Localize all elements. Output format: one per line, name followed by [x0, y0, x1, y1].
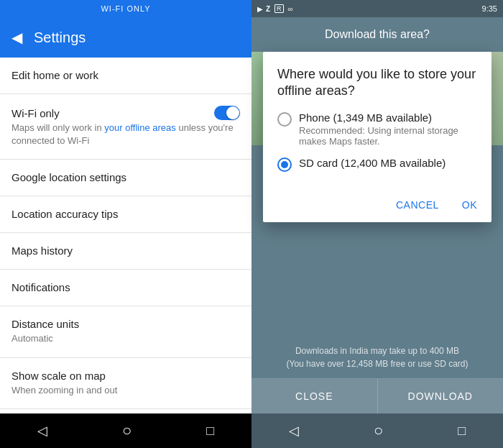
nav-bar-left: ◁ ○ □ — [0, 413, 251, 448]
phone-label: Phone (1,349 MB available) — [299, 111, 477, 124]
radio-option-sdcard[interactable]: SD card (12,400 MB available) — [277, 157, 477, 172]
record-icon: R — [274, 4, 284, 13]
back-nav-right-icon[interactable]: ◁ — [289, 423, 299, 439]
cancel-button[interactable]: CANCEL — [387, 193, 448, 216]
show-scale-subtitle: When zooming in and out — [11, 384, 240, 397]
location-accuracy-title: Location accuracy tips — [11, 208, 118, 220]
google-location-title: Google location settings — [11, 171, 126, 183]
radio-phone-circle — [277, 112, 292, 127]
radio-sdcard-circle — [277, 157, 292, 172]
download-button[interactable]: DOWNLOAD — [378, 379, 504, 413]
distance-units-subtitle: Automatic — [11, 332, 240, 345]
dialog-body: Where would you like to store your offli… — [263, 52, 492, 188]
sdcard-label: SD card (12,400 MB available) — [299, 157, 446, 169]
show-scale-title: Show scale on map — [11, 370, 106, 382]
toolbar: ◀ Settings — [0, 17, 251, 58]
maps-history-title: Maps history — [11, 244, 73, 257]
offline-areas-link[interactable]: your offline areas — [104, 122, 176, 133]
wifi-only-label: WI-FI ONLY — [101, 4, 150, 13]
settings-item-show-scale[interactable]: Show scale on map When zooming in and ou… — [0, 358, 251, 409]
download-header-title: Download this area? — [325, 28, 430, 41]
settings-item-notifications[interactable]: Notifications — [0, 270, 251, 306]
phone-sublabel: Recommended: Using internal storage make… — [299, 125, 477, 147]
wifi-subtitle: Maps will only work in your offline area… — [11, 122, 240, 147]
settings-item-distance-units[interactable]: Distance units Automatic — [0, 306, 251, 357]
left-panel: WI-FI ONLY ◀ Settings Edit home or work … — [0, 0, 251, 448]
settings-item-wifi[interactable]: Wi-Fi only Maps will only work in your o… — [0, 94, 251, 160]
status-left-icons: ▶ Z R ∞ — [257, 4, 293, 13]
status-bar-left: WI-FI ONLY — [0, 0, 251, 17]
settings-item-maps-history[interactable]: Maps history — [0, 233, 251, 270]
back-nav-icon[interactable]: ◁ — [37, 423, 47, 439]
app-icons: Z — [266, 5, 270, 13]
infinity-icon: ∞ — [288, 5, 293, 13]
settings-title: Settings — [34, 29, 86, 46]
status-bar-right: ▶ Z R ∞ 9:35 — [251, 0, 503, 17]
dialog-title: Where would you like to store your offli… — [277, 66, 477, 100]
play-icon: ▶ — [257, 5, 263, 13]
settings-item-edit-home[interactable]: Edit home or work — [0, 58, 251, 94]
radio-sdcard-text: SD card (12,400 MB available) — [299, 157, 446, 169]
settings-item-location-accuracy[interactable]: Location accuracy tips — [0, 196, 251, 233]
notifications-title: Notifications — [11, 281, 70, 293]
back-button[interactable]: ◀ — [11, 29, 22, 46]
distance-units-title: Distance units — [11, 318, 79, 330]
right-panel: ▶ Z R ∞ 9:35 Download this area? Kodaika… — [251, 0, 503, 448]
dialog-header: Download this area? — [251, 17, 503, 52]
storage-dialog: Where would you like to store your offli… — [263, 52, 492, 222]
nav-bar-right: ◁ ○ □ — [251, 413, 503, 448]
wifi-toggle[interactable] — [214, 106, 240, 120]
dialog-actions: CANCEL OK — [263, 188, 492, 222]
settings-list: Edit home or work Wi-Fi only Maps will o… — [0, 58, 251, 413]
edit-home-title: Edit home or work — [11, 69, 98, 81]
home-nav-icon[interactable]: ○ — [122, 421, 131, 440]
close-button[interactable]: CLOSE — [251, 379, 378, 413]
ok-button[interactable]: OK — [453, 193, 486, 216]
radio-option-phone[interactable]: Phone (1,349 MB available) Recommended: … — [277, 111, 477, 147]
info-text: Downloads in India may take up to 400 MB… — [251, 339, 503, 376]
status-time: 9:35 — [482, 4, 497, 13]
wifi-title: Wi-Fi only — [11, 107, 60, 119]
radio-phone-text: Phone (1,349 MB available) Recommended: … — [299, 111, 477, 147]
settings-item-google-location[interactable]: Google location settings — [0, 160, 251, 196]
home-nav-right-icon[interactable]: ○ — [374, 421, 383, 440]
recents-nav-right-icon[interactable]: □ — [458, 424, 466, 439]
recents-nav-icon[interactable]: □ — [206, 424, 214, 439]
bottom-action-buttons: CLOSE DOWNLOAD — [251, 378, 503, 413]
